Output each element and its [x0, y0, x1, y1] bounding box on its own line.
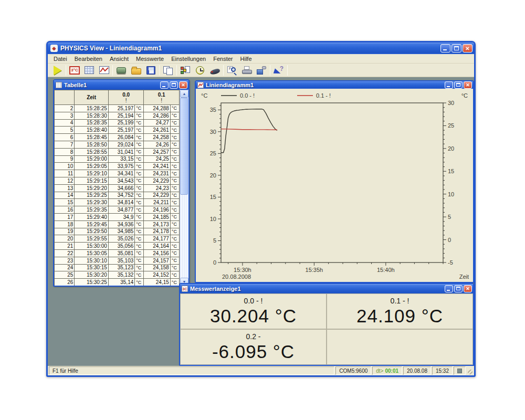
table-cell: °C	[135, 148, 144, 155]
connect-device-button[interactable]	[254, 64, 269, 77]
table-cell: 24,15	[144, 279, 170, 286]
chart-maximize-button[interactable]	[454, 81, 463, 89]
table-row[interactable]: 1615:29:3534,877°C24,196°C	[55, 206, 180, 214]
context-help-button[interactable]: ?	[271, 64, 286, 77]
chart-window-titlebar[interactable]: Liniendiagramm1 ✕	[196, 81, 473, 89]
table-cell: 24,288	[144, 105, 170, 112]
table-row[interactable]: 1915:29:5034,985°C24,178°C	[55, 228, 180, 235]
play-icon	[54, 66, 61, 75]
zoom-search-button[interactable]: F	[225, 64, 239, 77]
table-row[interactable]: 2015:29:5535,026°C24,177°C	[55, 235, 180, 243]
measurement-display-button[interactable]: 3°C	[67, 64, 82, 77]
start-measurement-button[interactable]	[50, 64, 65, 77]
menu-ansicht[interactable]: Ansicht	[106, 55, 132, 63]
timer-button[interactable]	[193, 64, 207, 77]
toolbar-separator	[112, 65, 113, 76]
table-row[interactable]: 1015:29:0533,975°C24,241°C	[55, 163, 180, 170]
display-close-button[interactable]: ✕	[464, 285, 472, 292]
menu-bearbeiten[interactable]: Bearbeiten	[71, 55, 106, 63]
table-row[interactable]: 2215:30:0535,081°C24,156°C	[55, 249, 180, 257]
table-cell: 24,177	[144, 235, 170, 243]
table-row[interactable]: 2315:30:1035,103°C24,157°C	[55, 257, 180, 264]
svg-text:20: 20	[448, 145, 454, 152]
chart-canvas: °C0.0 - !0.1 - !°C05101520253035-5051015…	[196, 89, 473, 280]
table-cell: 7	[55, 141, 75, 148]
table-row[interactable]: 215:28:2525,197°C24,288°C	[55, 105, 180, 112]
copy-button[interactable]	[161, 64, 175, 77]
close-button[interactable]: ✕	[463, 44, 472, 52]
device-button[interactable]	[207, 64, 222, 77]
table-row[interactable]: 815:28:5531,041°C24,257°C	[55, 148, 180, 155]
minimize-button[interactable]	[440, 44, 450, 52]
svg-text:10: 10	[210, 216, 216, 222]
table-cell: °C	[135, 235, 144, 243]
table-row[interactable]: 1115:29:1034,341°C24,231°C	[55, 170, 180, 177]
app-icon: ◈	[50, 45, 58, 52]
scroll-up-icon[interactable]: ▲	[180, 90, 188, 98]
table-cell: °C	[135, 249, 144, 257]
menu-einstellungen[interactable]: Einstellungen	[167, 55, 209, 63]
menu-datei[interactable]: Datei	[50, 55, 71, 63]
scrollbar-thumb[interactable]	[180, 98, 188, 195]
table-cell: 15:30:15	[75, 264, 109, 271]
timer-icon	[196, 66, 204, 75]
table-row[interactable]: 1815:29:4534,936°C24,173°C	[55, 220, 180, 228]
resize-grip[interactable]	[467, 366, 473, 375]
table-row[interactable]: 1315:29:2034,666°C24,23°C	[55, 184, 180, 192]
table-maximize-button[interactable]	[170, 81, 178, 89]
table-row[interactable]: 2415:30:1535,123°C24,158°C	[55, 264, 180, 271]
save-icon	[146, 66, 155, 75]
table-row[interactable]: 2515:30:2035,132°C24,152°C	[55, 271, 180, 279]
table-row[interactable]: 715:28:5029,024°C24,26°C	[55, 141, 180, 148]
svg-text:°C: °C	[201, 92, 207, 99]
table-cell: 15:28:35	[75, 119, 109, 127]
table-view-button[interactable]	[82, 64, 97, 77]
menu-hilfe[interactable]: Hilfe	[237, 55, 256, 63]
line-chart-button[interactable]	[97, 64, 111, 77]
svg-text:0.1 - !: 0.1 - !	[316, 92, 331, 99]
svg-text:20: 20	[210, 172, 216, 178]
toolbar-separator	[66, 65, 66, 76]
table-row[interactable]: 2615:30:2535,14°C24,15°C	[55, 279, 180, 286]
save-file-button[interactable]	[143, 64, 158, 77]
table-window-titlebar[interactable]: Tabelle1 ✕	[54, 80, 188, 90]
table-cell: 24,27	[144, 119, 170, 127]
table-cell: °C	[170, 155, 179, 163]
table-cell: 8	[55, 148, 75, 155]
table-row[interactable]: 1715:29:4034,9°C24,185°C	[55, 213, 180, 220]
line-chart-plot[interactable]: °C0.0 - !0.1 - !°C05101520253035-5051015…	[196, 89, 473, 282]
module-button[interactable]	[114, 64, 129, 77]
table-minimize-button[interactable]	[160, 81, 169, 89]
chart-close-button[interactable]: ✕	[464, 81, 472, 89]
menu-fenster[interactable]: Fenster	[209, 55, 236, 63]
table-close-button[interactable]: ✕	[179, 81, 187, 89]
maximize-button[interactable]	[452, 44, 461, 52]
print-button[interactable]	[239, 64, 254, 77]
table-row[interactable]: 1515:29:3034,814°C24,211°C	[55, 199, 180, 206]
record-indicator-icon	[457, 369, 462, 373]
open-file-button[interactable]	[129, 64, 143, 77]
table-row[interactable]: 515:28:4025,197°C24,261°C	[55, 127, 180, 134]
display-window-titlebar[interactable]: 3C Messwertanzeige1 ✕	[180, 284, 473, 293]
table-cell: 34,543	[108, 177, 134, 184]
table-row[interactable]: 1215:29:1534,543°C24,229°C	[55, 177, 180, 184]
table-row[interactable]: 315:28:3025,194°C24,286°C	[55, 112, 180, 119]
table-row[interactable]: 1415:29:2534,752°C24,229°C	[55, 192, 180, 199]
table-row[interactable]: 915:29:0033,15°C24,25°C	[55, 155, 180, 163]
display-minimize-button[interactable]	[445, 285, 453, 292]
chart-minimize-button[interactable]	[445, 81, 453, 89]
display-maximize-button[interactable]	[454, 285, 463, 292]
table-row[interactable]: 615:28:4526,084°C24,258°C	[55, 134, 180, 141]
table-scrollbar[interactable]: ▲ ▼	[180, 90, 188, 286]
table-cell: °C	[135, 228, 144, 235]
titlebar[interactable]: ◈ PHYSICS View - Liniendiagramm1 ✕	[48, 43, 474, 54]
table-cell: 34,9	[108, 213, 134, 220]
table-row[interactable]: 415:28:3525,199°C24,27°C	[55, 119, 180, 127]
svg-text:15:35h: 15:35h	[306, 267, 323, 273]
export-button[interactable]	[178, 64, 193, 77]
svg-text:°C: °C	[461, 92, 468, 99]
table-row[interactable]: 2115:30:0035,056°C24,164°C	[55, 243, 180, 250]
svg-text:15: 15	[448, 168, 454, 174]
menu-messwerte[interactable]: Messwerte	[132, 55, 167, 63]
svg-text:0.0 - !: 0.0 - !	[240, 92, 255, 99]
